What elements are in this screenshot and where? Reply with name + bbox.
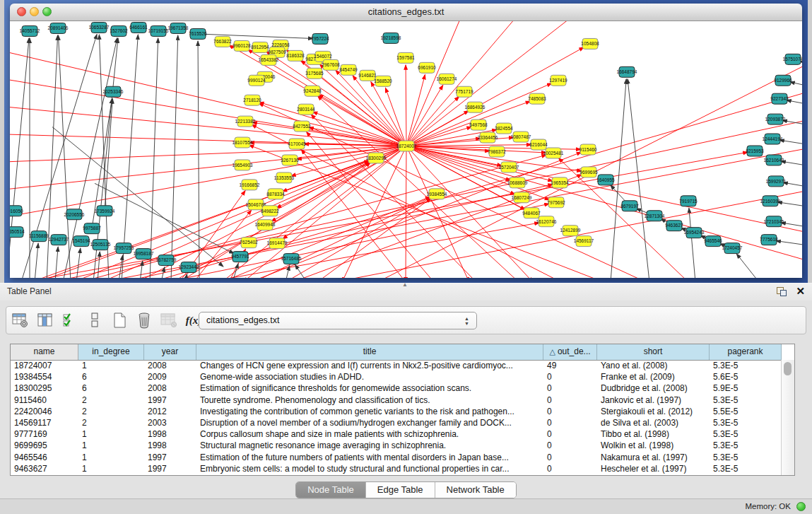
table-row[interactable]: 1872400712008Changes of HCN gene express… (11, 360, 782, 371)
table-row[interactable]: 2242004622012Investigating the contribut… (11, 406, 782, 417)
graph-node[interactable]: 6961910 (418, 62, 436, 73)
graph-node[interactable]: 1588520 (374, 76, 392, 86)
graph-node[interactable]: 2718120 (243, 95, 261, 105)
graph-node[interactable]: 7986372 (488, 146, 506, 157)
graph-node[interactable]: 9457791 (231, 252, 249, 262)
graph-node[interactable]: 9699695 (579, 167, 598, 177)
graph-node[interactable]: 8498222 (261, 206, 279, 216)
graph-node[interactable]: 19671358 (168, 23, 189, 33)
panel-resize-handle[interactable]: ▲ (402, 282, 409, 288)
graph-node[interactable]: 9242848 (303, 86, 322, 96)
graph-node[interactable]: 19958187 (134, 249, 154, 259)
graph-node[interactable]: 16864926 (465, 102, 486, 112)
graph-node[interactable]: 12213382 (235, 116, 256, 127)
graph-node-hub[interactable]: 18724007 (396, 141, 417, 151)
select-rows-icon[interactable] (60, 310, 80, 330)
graph-node[interactable]: 12505135 (90, 240, 111, 250)
graph-node[interactable]: 8350514 (10, 227, 25, 238)
graph-node[interactable]: 11156889 (29, 231, 49, 242)
table-row[interactable]: 969969511998Structural magnetic resonanc… (11, 440, 782, 451)
table-row[interactable]: 946554611997Estimation of the future num… (11, 452, 782, 463)
graph-node[interactable]: 12160399 (760, 196, 781, 206)
column-header-name[interactable]: name (11, 344, 78, 360)
graph-node[interactable]: 7975692 (547, 197, 565, 208)
graph-node[interactable]: 18107554 (233, 137, 253, 148)
network-canvas[interactable]: 1405571220891406106532871527602646616110… (10, 21, 802, 278)
table-row[interactable]: 911546021997Tourette syndrome. Phenomeno… (11, 395, 782, 406)
graph-node[interactable]: 6466161 (129, 22, 148, 33)
graph-node[interactable]: 3824554 (495, 123, 513, 134)
graph-node[interactable]: 16120746 (536, 216, 557, 227)
graph-node[interactable]: 10653287 (89, 22, 110, 33)
graph-node[interactable]: 9115460 (579, 144, 597, 155)
graph-node[interactable]: 2967608 (322, 59, 340, 70)
graph-node[interactable]: 20253346 (103, 86, 124, 97)
show-columns-icon[interactable] (35, 310, 55, 330)
zoom-window-button[interactable] (42, 7, 52, 16)
graph-node[interactable]: 7775618 (760, 235, 778, 245)
graph-node[interactable]: 17359924 (95, 206, 115, 216)
graph-node[interactable]: 18300295 (366, 153, 387, 163)
graph-node[interactable]: 14055712 (20, 25, 40, 36)
table-row[interactable]: 1938455462009Genome-wide association stu… (11, 371, 782, 382)
column-header-pagerank[interactable]: pagerank (710, 344, 782, 360)
graph-node[interactable]: 16807249 (512, 192, 532, 203)
graph-node[interactable]: 7957224 (311, 33, 329, 44)
tab-edge-table[interactable]: Edge Table (366, 482, 435, 498)
graph-node[interactable]: 16782759 (156, 255, 177, 266)
graph-node[interactable]: 8427552 (293, 121, 311, 132)
graph-node[interactable]: 12412899 (560, 226, 581, 236)
graph-node[interactable]: 6497568 (469, 119, 488, 130)
graph-node[interactable]: 12942737 (49, 235, 69, 245)
tab-network-table[interactable]: Network Table (435, 482, 516, 498)
graph-node[interactable]: 2016050 (10, 206, 23, 216)
column-header-out_de[interactable]: △out_de... (543, 344, 597, 360)
clear-selection-icon[interactable] (85, 310, 105, 330)
graph-node[interactable]: 9975887 (83, 223, 101, 234)
network-window-titlebar[interactable]: citations_edges.txt (10, 4, 802, 21)
graph-node[interactable]: 9465546 (704, 236, 722, 247)
graph-node[interactable]: 15716485 (281, 254, 302, 264)
graph-node[interactable]: 1965354 (551, 177, 569, 188)
graph-node[interactable]: 17957253 (114, 243, 134, 254)
graph-node[interactable]: 17240457 (722, 243, 743, 254)
graph-node[interactable]: 9227343 (770, 93, 789, 104)
graph-node[interactable]: 19166852 (240, 180, 260, 190)
graph-node[interactable]: 10688609 (507, 177, 528, 188)
graph-node[interactable]: 1527602 (110, 25, 128, 36)
graph-node[interactable]: 19384554 (427, 189, 447, 199)
graph-node[interactable]: 12871304 (645, 211, 665, 221)
graph-node[interactable]: 15720407 (499, 162, 519, 173)
graph-node[interactable]: 16954243 (684, 228, 705, 238)
graph-node[interactable]: 9960128 (233, 40, 251, 51)
graph-node[interactable]: 8186328 (286, 50, 305, 61)
minimize-window-button[interactable] (30, 7, 39, 16)
close-window-button[interactable] (17, 7, 26, 16)
graph-node[interactable]: 7485083 (528, 93, 546, 104)
table-scrollbar-thumb[interactable] (784, 362, 792, 375)
graph-node[interactable]: 9129966 (774, 75, 792, 86)
graph-node[interactable]: 11353553 (274, 173, 295, 183)
tab-node-table[interactable]: Node Table (296, 482, 366, 498)
graph-node[interactable]: 16061274 (437, 74, 457, 84)
graph-node[interactable]: 7919715 (679, 196, 698, 206)
table-row[interactable]: 946362711997Embryonic stem cells: a mode… (11, 463, 782, 474)
graph-node[interactable]: 15992971 (766, 176, 787, 187)
graph-node[interactable]: 1545194 (72, 236, 90, 247)
graph-node[interactable]: 7751719 (455, 86, 473, 97)
graph-node[interactable]: 16648794 (617, 66, 637, 77)
graph-node[interactable]: 1640955 (596, 175, 615, 185)
graph-node[interactable]: 10807487 (511, 132, 531, 142)
delete-columns-icon[interactable] (134, 310, 154, 330)
column-header-short[interactable]: short (597, 344, 710, 360)
graph-node[interactable]: 8679197 (620, 201, 639, 211)
column-header-year[interactable]: year (144, 344, 196, 360)
graph-node[interactable]: 16210643 (764, 155, 784, 165)
column-header-in_degree[interactable]: in_degree (78, 344, 144, 360)
citation-network-graph[interactable]: 1405571220891406106532871527602646616110… (10, 21, 802, 278)
graph-node[interactable]: 14569117 (574, 236, 594, 247)
table-settings-icon[interactable] (11, 310, 30, 330)
graph-node[interactable]: 9463627 (665, 221, 683, 231)
graph-node[interactable]: 20206556 (64, 209, 85, 220)
graph-node[interactable]: 4170045 (288, 139, 306, 149)
